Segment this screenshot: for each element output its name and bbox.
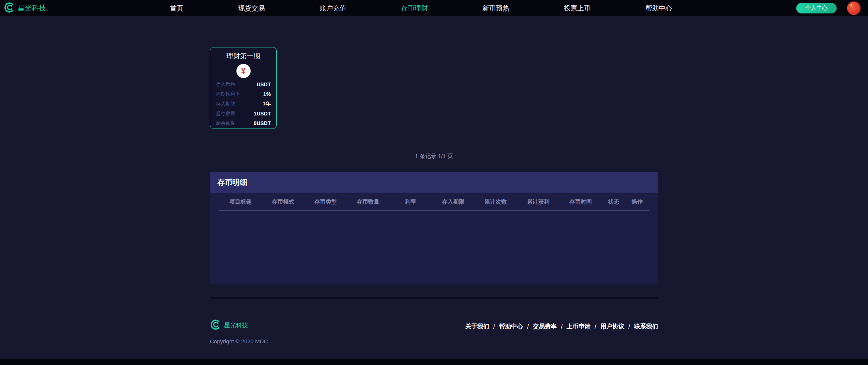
main-content: 理财第一期 ¥ 存入币种 USDT 周期性利率 1% 存入期限 1年 起存数量 … <box>210 47 658 344</box>
footer-link-help[interactable]: 帮助中心 <box>499 323 523 331</box>
card-row-label: 周期性利率 <box>216 91 240 98</box>
card-title: 理财第一期 <box>216 52 271 61</box>
link-separator: / <box>527 324 528 330</box>
link-separator: / <box>561 324 562 330</box>
column-header-status: 状态 <box>602 198 626 205</box>
pagination-summary: 1 条记录 1/1 页 <box>210 153 658 160</box>
savings-product-card[interactable]: 理财第一期 ¥ 存入币种 USDT 周期性利率 1% 存入期限 1年 起存数量 … <box>210 47 277 129</box>
link-separator: / <box>595 324 596 330</box>
link-separator: / <box>629 324 630 330</box>
footer-link-contact[interactable]: 联系我们 <box>634 323 658 331</box>
main-nav: 首页 现货交易 账户充值 存币理财 新币预热 投票上币 帮助中心 <box>170 0 672 16</box>
savings-detail-panel: 存币明细 项目标题 存币模式 存币类型 存币数量 利率 存入期限 累计次数 累计… <box>210 172 658 284</box>
footer-divider <box>210 298 658 298</box>
user-avatar[interactable]: ★ <box>847 1 861 15</box>
copyright-text: Copyright © 2020 MDC <box>210 338 268 344</box>
card-row-value: USDT <box>257 81 271 87</box>
nav-item-new-coins[interactable]: 新币预热 <box>483 4 509 13</box>
column-header-accumulated-profit: 累计获利 <box>517 198 559 205</box>
brand-logo-icon <box>4 2 15 15</box>
personal-center-button[interactable]: 个人中心 <box>796 3 837 13</box>
table-header-row: 项目标题 存币模式 存币类型 存币数量 利率 存入期限 累计次数 累计获利 存币… <box>219 193 649 211</box>
column-header-project-title: 项目标题 <box>219 198 262 205</box>
footer-brand-logo-icon <box>210 319 221 332</box>
nav-item-vote-listing[interactable]: 投票上币 <box>564 4 591 13</box>
footer-brand-name: 星光科技 <box>224 322 248 330</box>
nav-item-savings[interactable]: 存币理财 <box>401 4 428 13</box>
panel-body: 项目标题 存币模式 存币类型 存币数量 利率 存入期限 累计次数 累计获利 存币… <box>210 193 658 284</box>
column-header-savings-type: 存币类型 <box>304 198 347 205</box>
table-empty-body <box>219 211 649 284</box>
column-header-savings-amount: 存币数量 <box>347 198 390 205</box>
brand[interactable]: 星光科技 <box>4 0 46 16</box>
card-row-value: 0USDT <box>254 120 271 126</box>
column-header-savings-time: 存币时间 <box>559 198 602 205</box>
page: 星光科技 首页 现货交易 账户充值 存币理财 新币预热 投票上币 帮助中心 个人… <box>0 0 868 365</box>
brand-name: 星光科技 <box>18 3 46 13</box>
footer-link-fees[interactable]: 交易费率 <box>533 323 557 331</box>
nav-item-home[interactable]: 首页 <box>170 4 183 13</box>
nav-item-deposit[interactable]: 账户充值 <box>319 4 346 13</box>
column-header-accumulated-count: 累计次数 <box>474 198 517 205</box>
footer: 星光科技 Copyright © 2020 MDC 关于我们 / 帮助中心 / … <box>210 319 658 344</box>
footer-brand[interactable]: 星光科技 <box>210 319 268 332</box>
link-separator: / <box>493 324 495 330</box>
nav-right-controls: 个人中心 ★ <box>796 0 861 16</box>
card-row: 起存数量 1USDT <box>216 110 271 117</box>
card-row-label: 起存数量 <box>216 110 235 117</box>
panel-title: 存币明细 <box>210 172 658 193</box>
top-navbar: 星光科技 首页 现货交易 账户充值 存币理财 新币预热 投票上币 帮助中心 个人… <box>0 0 868 16</box>
footer-link-user-agreement[interactable]: 用户协议 <box>601 323 624 331</box>
column-header-interest-rate: 利率 <box>389 198 432 205</box>
bottom-bar <box>0 359 868 365</box>
yen-coin-icon: ¥ <box>236 64 251 78</box>
card-row: 周期性利率 1% <box>216 91 271 98</box>
footer-link-listing-apply[interactable]: 上币申请 <box>567 323 590 331</box>
yen-symbol: ¥ <box>241 66 245 76</box>
card-row: 剩余额度 0USDT <box>216 120 271 127</box>
card-row: 存入币种 USDT <box>216 81 271 88</box>
card-row-label: 存入币种 <box>216 81 235 88</box>
footer-link-about[interactable]: 关于我们 <box>465 323 489 331</box>
card-row-label: 存入期限 <box>216 100 235 107</box>
column-header-deposit-term: 存入期限 <box>432 198 474 205</box>
flag-star-icon: ★ <box>849 3 853 7</box>
card-row-value: 1% <box>263 91 271 97</box>
footer-links: 关于我们 / 帮助中心 / 交易费率 / 上币申请 / 用户协议 / 联系我们 <box>465 323 658 331</box>
card-row: 存入期限 1年 <box>216 100 271 107</box>
column-header-savings-mode: 存币模式 <box>262 198 304 205</box>
footer-left: 星光科技 Copyright © 2020 MDC <box>210 319 268 344</box>
nav-item-spot-trading[interactable]: 现货交易 <box>238 4 265 13</box>
card-row-value: 1年 <box>263 100 271 107</box>
nav-item-help-center[interactable]: 帮助中心 <box>645 4 672 13</box>
card-row-label: 剩余额度 <box>216 120 235 127</box>
card-row-value: 1USDT <box>254 111 271 117</box>
column-header-action: 操作 <box>625 198 649 205</box>
